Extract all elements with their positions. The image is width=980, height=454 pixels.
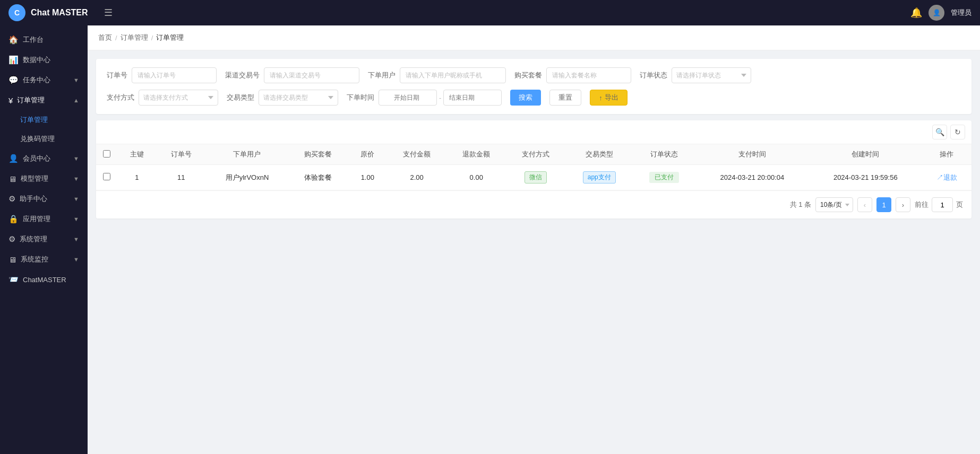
- breadcrumb-sep2: /: [151, 34, 153, 42]
- date-start-wrapper: 📅: [379, 90, 437, 106]
- filter-order-no: 订单号: [107, 67, 217, 83]
- sidebar-item-assistant-center[interactable]: ⚙ 助手中心 ▼: [0, 189, 88, 209]
- pay-method-badge: 微信: [525, 171, 547, 184]
- goto-page-input[interactable]: [932, 197, 953, 212]
- channel-tx-input[interactable]: [264, 67, 359, 83]
- pay-method-label: 支付方式: [107, 93, 134, 102]
- cell-order-no: 11: [157, 165, 206, 190]
- sidebar-item-task-center[interactable]: 💬 任务中心 ▼: [0, 70, 88, 90]
- col-package: 购买套餐: [288, 144, 348, 165]
- breadcrumb-current: 订单管理: [156, 33, 184, 42]
- filter-card: 订单号 渠道交易号 下单用户 购买套餐: [96, 59, 972, 114]
- sidebar-item-workbench[interactable]: 🏠 工作台: [0, 30, 88, 50]
- sidebar-item-member-center[interactable]: 👤 会员中心 ▼: [0, 149, 88, 169]
- filter-tx-type: 交易类型 请选择交易类型: [227, 90, 338, 106]
- sidebar-subitem-order-list[interactable]: 订单管理: [0, 110, 88, 129]
- status-label: 订单状态: [640, 71, 667, 80]
- pagination-total: 共 1 条: [790, 200, 811, 209]
- avatar: 👤: [929, 5, 944, 21]
- assistant-center-chevron: ▼: [73, 196, 79, 202]
- order-no-input[interactable]: [132, 67, 217, 83]
- model-mgmt-icon: 🖥: [8, 174, 16, 184]
- refund-action-link[interactable]: ↗退款: [936, 173, 957, 181]
- col-user: 下单用户: [206, 144, 289, 165]
- status-badge: 已支付: [649, 172, 679, 183]
- date-start-input[interactable]: [379, 90, 437, 106]
- app-logo: C: [8, 4, 25, 21]
- app-mgmt-icon: 🔒: [8, 214, 19, 224]
- breadcrumb: 首页 / 订单管理 / 订单管理: [88, 25, 980, 50]
- filter-row-1: 订单号 渠道交易号 下单用户 购买套餐: [107, 67, 961, 83]
- date-range: 📅 -: [379, 90, 502, 106]
- logo-icon: C: [14, 8, 20, 17]
- chatmaster-icon: 📨: [8, 275, 19, 284]
- sidebar-subitem-redeem-code[interactable]: 兑换码管理: [0, 129, 88, 149]
- col-id: 主键: [117, 144, 157, 165]
- sidebar-item-data-center[interactable]: 📊 数据中心: [0, 50, 88, 70]
- cell-user: 用户ylrVOxnN: [206, 165, 289, 190]
- col-pay-time: 支付时间: [695, 144, 809, 165]
- date-end-input[interactable]: [443, 90, 502, 106]
- menu-icon[interactable]: ☰: [104, 7, 113, 19]
- table-toolbar: 🔍 ↻: [96, 120, 972, 144]
- filter-package: 购买套餐: [514, 67, 631, 83]
- order-mgmt-chevron: ▲: [73, 97, 79, 103]
- sidebar-label-order-mgmt: 订单管理: [17, 95, 45, 105]
- breadcrumb-home[interactable]: 首页: [98, 33, 112, 42]
- select-all-checkbox[interactable]: [103, 150, 110, 158]
- order-no-label: 订单号: [107, 71, 127, 80]
- pay-method-select[interactable]: 请选择支付方式: [139, 90, 218, 106]
- cell-original-price: 1.00: [348, 165, 387, 190]
- date-end-wrapper: [443, 90, 502, 106]
- pagination-size-select[interactable]: 10条/页: [815, 197, 853, 212]
- user-input[interactable]: [400, 67, 506, 83]
- pagination-goto: 前往 页: [915, 197, 963, 212]
- system-mgmt-icon: ⚙: [8, 234, 15, 244]
- search-button[interactable]: 搜索: [510, 90, 541, 106]
- package-input[interactable]: [546, 67, 631, 83]
- col-create-time: 创建时间: [809, 144, 922, 165]
- filter-user: 下单用户: [368, 67, 506, 83]
- table-header: 主键 订单号 下单用户 购买套餐 原价 支付金额 退款金额 支付方式 交易类型 …: [96, 144, 972, 165]
- pagination-next-btn[interactable]: ›: [896, 197, 910, 212]
- tx-type-select[interactable]: 请选择交易类型: [259, 90, 338, 106]
- sidebar-label-system-mgmt: 系统管理: [20, 234, 47, 244]
- task-center-icon: 💬: [8, 75, 19, 85]
- orders-table: 主键 订单号 下单用户 购买套餐 原价 支付金额 退款金额 支付方式 交易类型 …: [96, 144, 972, 190]
- goto-suffix: 页: [956, 200, 963, 209]
- sidebar-item-order-mgmt[interactable]: ¥ 订单管理 ▲: [0, 90, 88, 110]
- status-select[interactable]: 请选择订单状态: [672, 67, 751, 83]
- sidebar-item-chatmaster[interactable]: 📨 ChatMASTER: [0, 269, 88, 290]
- data-center-icon: 📊: [8, 55, 19, 65]
- cell-pay-method: 微信: [506, 165, 565, 190]
- pagination-prev-btn[interactable]: ‹: [857, 197, 872, 212]
- sidebar-subitem-label-redeem-code: 兑换码管理: [20, 134, 55, 144]
- system-monitor-icon: 🖥: [8, 255, 16, 264]
- export-button[interactable]: ↑ 导出: [590, 90, 627, 106]
- reset-button[interactable]: 重置: [549, 90, 581, 106]
- cell-package: 体验套餐: [288, 165, 348, 190]
- notification-icon[interactable]: 🔔: [910, 7, 922, 19]
- sidebar-label-data-center: 数据中心: [23, 55, 50, 65]
- col-status: 订单状态: [633, 144, 695, 165]
- pagination-page-1-btn[interactable]: 1: [876, 197, 891, 212]
- filter-channel-tx: 渠道交易号: [225, 67, 359, 83]
- col-paid-amount: 支付金额: [387, 144, 446, 165]
- table-card: 🔍 ↻ 主键 订单号 下单用户 购买套餐 原价: [96, 120, 972, 219]
- header-checkbox-cell: [96, 144, 117, 165]
- refresh-toolbar-icon[interactable]: ↻: [950, 125, 965, 139]
- col-tx-type: 交易类型: [565, 144, 633, 165]
- cell-tx-type: app支付: [565, 165, 633, 190]
- model-mgmt-chevron: ▼: [73, 176, 79, 182]
- col-pay-method: 支付方式: [506, 144, 565, 165]
- sidebar-item-system-monitor[interactable]: 🖥 系统监控 ▼: [0, 249, 88, 269]
- sidebar-item-app-mgmt[interactable]: 🔒 应用管理 ▼: [0, 209, 88, 229]
- sidebar-label-task-center: 任务中心: [23, 75, 50, 85]
- breadcrumb-order-mgmt[interactable]: 订单管理: [121, 33, 148, 42]
- sidebar-item-model-mgmt[interactable]: 🖥 模型管理 ▼: [0, 169, 88, 189]
- main-content: 首页 / 订单管理 / 订单管理 订单号 渠道交易号: [88, 25, 980, 454]
- layout: 🏠 工作台 📊 数据中心 💬 任务中心 ▼ ¥ 订单管理 ▲: [0, 25, 980, 454]
- sidebar-item-system-mgmt[interactable]: ⚙ 系统管理 ▼: [0, 229, 88, 249]
- row-checkbox[interactable]: [103, 173, 110, 180]
- search-toolbar-icon[interactable]: 🔍: [932, 125, 947, 139]
